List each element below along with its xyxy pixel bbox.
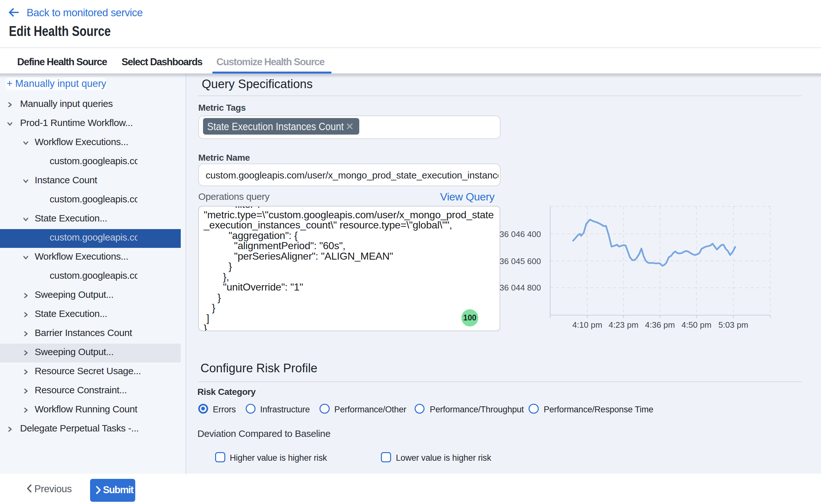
svg-text:4:23 pm: 4:23 pm (608, 320, 638, 330)
svg-text:4:50 pm: 4:50 pm (682, 320, 712, 330)
svg-text:36 046 400: 36 046 400 (500, 229, 541, 239)
svg-text:36 045 600: 36 045 600 (500, 256, 541, 266)
svg-text:4:36 pm: 4:36 pm (645, 320, 675, 330)
svg-text:36 044 800: 36 044 800 (500, 283, 541, 292)
svg-text:4:10 pm: 4:10 pm (572, 320, 602, 330)
svg-text:5:03 pm: 5:03 pm (718, 320, 748, 330)
